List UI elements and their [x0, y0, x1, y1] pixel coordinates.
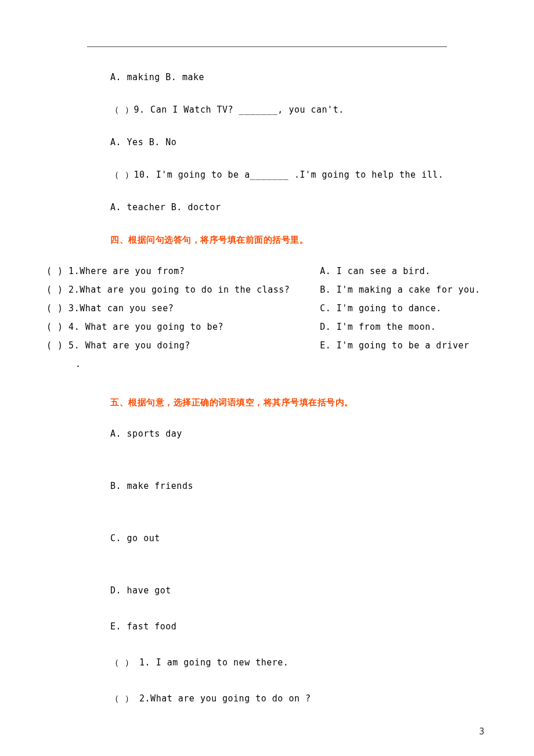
section-5-heading: 五、根据句意，选择正确的词语填空，将其序号填在括号内。: [110, 395, 488, 409]
q10-options: A. teacher B. doctor: [110, 200, 488, 214]
section-5-option: A. sports day: [110, 427, 488, 441]
section-5-item: （ ） 2.What are you going to do on ?: [110, 692, 488, 705]
match-row: ( ) 2.What are you going to do in the cl…: [46, 283, 488, 297]
page-content: A. making B. make （ ）9. Can I Watch TV? …: [0, 0, 534, 705]
q8-options: A. making B. make: [110, 70, 488, 84]
section-3-remainder: A. making B. make （ ）9. Can I Watch TV? …: [46, 70, 488, 247]
section-5-option: C. go out: [110, 531, 488, 545]
q10-text: （ ）10. I'm going to be a_______ .I'm goi…: [110, 168, 488, 182]
match-row: ( ) 5. What are you doing? E. I'm going …: [46, 339, 488, 352]
match-row: ( ) 4. What are you going to be? D. I'm …: [46, 320, 488, 334]
page-number: 3: [479, 725, 485, 739]
q9-options: A. Yes B. No: [110, 135, 488, 149]
section-5-option: D. have got: [110, 584, 488, 597]
match-row: ( ) 3.What can you see? C. I'm going to …: [46, 301, 488, 315]
section-5-option: E. fast food: [110, 620, 488, 633]
match-question: ( ) 5. What are you doing?: [46, 339, 320, 352]
match-answer: D. I'm from the moon.: [320, 320, 488, 334]
match-question: ( ) 2.What are you going to do in the cl…: [46, 283, 320, 297]
match-row: ( ) 1.Where are you from? A. I can see a…: [46, 264, 488, 278]
section-4-heading: 四、根据问句选答句，将序号填在前面的括号里。: [110, 233, 488, 247]
trailing-dot: .: [46, 357, 488, 371]
section-5-item: （ ） 1. I am going to new there.: [110, 656, 488, 669]
top-separator: [87, 46, 447, 47]
match-question: ( ) 4. What are you going to be?: [46, 320, 320, 334]
match-answer: A. I can see a bird.: [320, 264, 488, 278]
match-answer: E. I'm going to be a driver: [320, 339, 488, 352]
match-answer: B. I'm making a cake for you.: [320, 283, 488, 297]
section-5-option: B. make friends: [110, 479, 488, 493]
match-answer: C. I'm going to dance.: [320, 301, 488, 315]
match-question: ( ) 1.Where are you from?: [46, 264, 320, 278]
q9-text: （ ）9. Can I Watch TV? _______, you can't…: [110, 103, 488, 117]
section-5: 五、根据句意，选择正确的词语填空，将其序号填在括号内。 A. sports da…: [46, 395, 488, 705]
section-4-content: ( ) 1.Where are you from? A. I can see a…: [46, 264, 488, 352]
match-question: ( ) 3.What can you see?: [46, 301, 320, 315]
